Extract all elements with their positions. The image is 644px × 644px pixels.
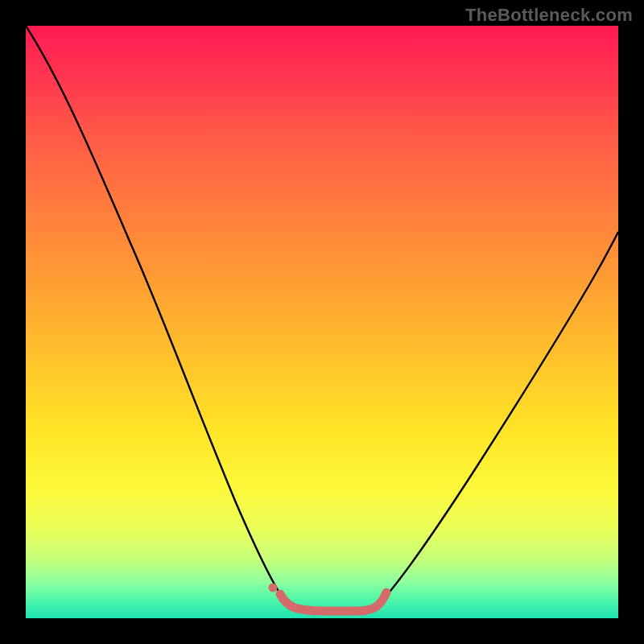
optimum-dot-icon: [269, 584, 278, 592]
plot-area: [26, 26, 618, 618]
chart-frame: TheBottleneck.com: [0, 0, 644, 644]
optimum-marker: [280, 592, 386, 611]
watermark-text: TheBottleneck.com: [465, 5, 633, 26]
chart-svg: [26, 26, 618, 618]
bottleneck-curve: [26, 26, 618, 610]
